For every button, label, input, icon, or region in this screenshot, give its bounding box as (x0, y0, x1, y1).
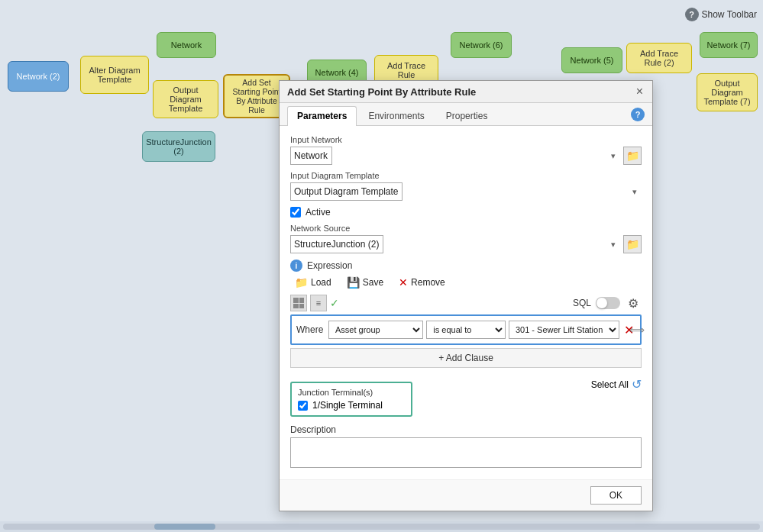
where-field-select[interactable]: Asset group (328, 321, 423, 339)
input-network-folder-button[interactable]: 📁 (623, 147, 642, 165)
input-diagram-template-row: Output Diagram Template (290, 182, 642, 201)
resize-handle[interactable]: ⟺ (629, 324, 645, 336)
expression-info-icon: i (290, 260, 302, 272)
check-icon: ✓ (330, 297, 339, 309)
node-structure-junction[interactable]: StructureJunction (2) (142, 131, 215, 162)
where-label: Where (296, 324, 325, 335)
junction-terminal-label: 1/Single Terminal (312, 400, 383, 411)
bottom-scrollbar[interactable] (0, 521, 763, 532)
network-source-select[interactable]: StructureJunction (2) (290, 235, 383, 253)
canvas-area: ? Show Toolbar Network (2) Alter Diagram… (0, 0, 763, 532)
description-label: Description (290, 424, 642, 435)
node-alter-diagram-template[interactable]: Alter Diagram Template (80, 56, 149, 94)
dialog-help-icon[interactable]: ? (631, 108, 645, 121)
icon-row: ≡ ✓ (290, 295, 339, 311)
where-operator-select[interactable]: is equal to (426, 321, 506, 339)
show-toolbar-label: Show Toolbar (702, 9, 758, 20)
node-add-trace-rule-2[interactable]: Add Trace Rule (2) (626, 43, 692, 73)
input-diagram-template-label: Input Diagram Template (290, 171, 642, 180)
remove-icon: ✕ (399, 276, 408, 289)
sql-label: SQL (573, 298, 591, 308)
save-icon: 💾 (347, 276, 360, 289)
load-button[interactable]: 📁 Load (292, 275, 335, 290)
network-source-label: Network Source (290, 224, 642, 233)
node-output-diagram-template[interactable]: Output Diagram Template (153, 80, 218, 118)
sql-toggle[interactable] (596, 297, 620, 309)
add-clause-button[interactable]: + Add Clause (290, 348, 642, 368)
ok-button[interactable]: OK (590, 486, 642, 505)
expression-header: i Expression (290, 260, 642, 272)
junction-area: Junction Terminal(s) 1/Single Terminal S… (290, 374, 642, 417)
where-value-select[interactable]: 301 - Sewer Lift Station (509, 321, 619, 339)
node-network-2[interactable]: Network (2) (8, 61, 69, 92)
tab-environments[interactable]: Environments (358, 106, 434, 125)
dialog-titlebar: Add Set Starting Point By Attribute Rule… (280, 81, 652, 103)
dialog: Add Set Starting Point By Attribute Rule… (279, 80, 653, 511)
dialog-footer: OK (280, 479, 652, 511)
network-source-row: StructureJunction (2) 📁 (290, 235, 642, 253)
dialog-body: Input Network Network 📁 Input Diagram Te… (280, 126, 652, 479)
expression-actions: 📁 Load 💾 Save ✕ Remove (292, 275, 642, 290)
active-label: Active (306, 207, 331, 218)
remove-button[interactable]: ✕ Remove (396, 275, 448, 290)
expression-label: Expression (307, 260, 352, 271)
select-all-label: Select All (591, 379, 629, 390)
node-network-7[interactable]: Network (7) (700, 32, 758, 58)
input-network-select[interactable]: Network (290, 147, 332, 165)
node-output-diagram-template-7[interactable]: Output Diagram Template (7) (697, 73, 758, 111)
scrollbar-thumb (154, 524, 215, 530)
active-checkbox[interactable] (290, 207, 301, 218)
input-diagram-template-select[interactable]: Output Diagram Template (290, 182, 403, 201)
scrollbar-track (3, 524, 760, 530)
sql-row: ≡ ✓ SQL ⚙ (290, 295, 642, 311)
input-network-wrapper: Network (290, 147, 620, 165)
save-button[interactable]: 💾 Save (344, 275, 386, 290)
grid-view-icon[interactable] (290, 295, 307, 311)
input-network-row: Network 📁 (290, 147, 642, 165)
sql-toggle-area: SQL ⚙ (573, 295, 642, 311)
dialog-tabs: Parameters Environments Properties ? (280, 103, 652, 126)
dialog-close-button[interactable]: × (635, 85, 645, 98)
select-all-area: Select All ↺ (591, 377, 642, 392)
load-icon: 📁 (295, 276, 308, 289)
where-clause-box: Where Asset group is equal to 301 - Se (290, 314, 642, 345)
network-source-wrapper: StructureJunction (2) (290, 235, 620, 253)
junction-row: 1/Single Terminal (298, 400, 405, 411)
tab-parameters[interactable]: Parameters (287, 106, 357, 126)
toggle-knob (596, 298, 607, 308)
node-network-6[interactable]: Network (6) (451, 32, 512, 58)
junction-title: Junction Terminal(s) (298, 388, 405, 397)
junction-box: Junction Terminal(s) 1/Single Terminal (290, 382, 412, 417)
where-row: Where Asset group is equal to 301 - Se (296, 321, 635, 339)
junction-terminal-checkbox[interactable] (298, 401, 308, 411)
input-diagram-template-wrapper: Output Diagram Template (290, 182, 642, 201)
tab-properties[interactable]: Properties (436, 106, 498, 125)
node-network-5[interactable]: Network (5) (561, 47, 622, 73)
help-icon: ? (685, 8, 699, 21)
gear-button[interactable]: ⚙ (625, 295, 642, 311)
network-source-folder-button[interactable]: 📁 (623, 235, 642, 253)
input-network-label: Input Network (290, 135, 642, 144)
select-all-refresh-button[interactable]: ↺ (632, 377, 642, 392)
active-checkbox-row: Active (290, 207, 642, 218)
description-textarea[interactable] (290, 437, 642, 468)
list-view-icon[interactable]: ≡ (310, 295, 327, 311)
show-toolbar-button[interactable]: ? Show Toolbar (685, 8, 758, 21)
node-network[interactable]: Network (157, 32, 216, 58)
dialog-title: Add Set Starting Point By Attribute Rule (287, 86, 476, 98)
